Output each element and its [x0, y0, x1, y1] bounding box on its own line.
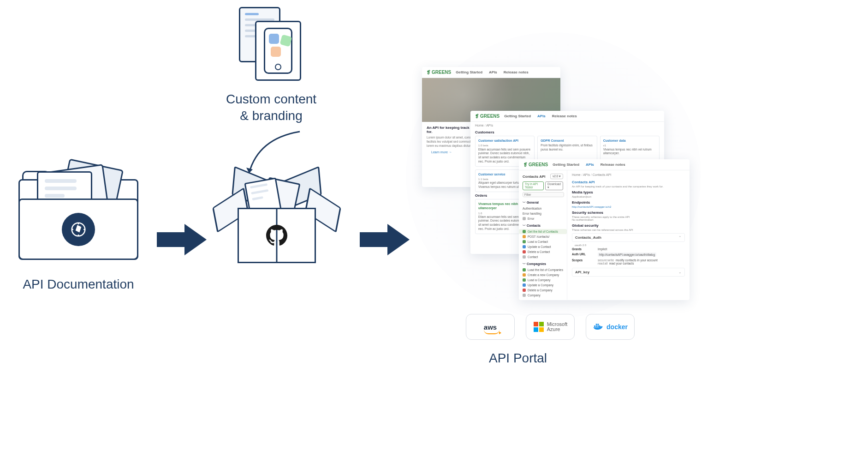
item-load-contact[interactable]: Load a Contact: [519, 239, 567, 244]
try-api-button[interactable]: Try in API Tester: [523, 181, 544, 190]
deploy-docker: docker: [586, 314, 635, 340]
item-contact-schema[interactable]: Contact: [519, 254, 567, 259]
label-api-portal: API Portal: [489, 351, 547, 366]
item-load-company[interactable]: Load a Company: [519, 277, 567, 283]
docker-icon: [593, 321, 604, 332]
item-delete-company[interactable]: Delete a Company: [519, 288, 567, 293]
scheme-api-key[interactable]: API_key ⌄: [572, 268, 685, 277]
nav-apis-2[interactable]: APIs: [537, 114, 546, 118]
item-error-handling[interactable]: Error handling: [519, 211, 567, 216]
nav-apis[interactable]: APIs: [489, 70, 497, 74]
stage-package-box: [212, 171, 341, 268]
portal-panel-api-reference: GREENS Getting Started APIs Release note…: [519, 159, 690, 300]
aws-icon: aws: [484, 323, 497, 331]
item-update-company[interactable]: Update a Company: [519, 283, 567, 288]
detail-title: Contacts API: [572, 180, 685, 184]
item-create-company[interactable]: Create a new Company: [519, 272, 567, 277]
section-customers: Customers: [470, 129, 664, 136]
stage-api-documentation: API Documentation: [18, 166, 138, 293]
breadcrumb: HomeAPIs: [470, 122, 664, 129]
scheme-contacts-auth[interactable]: Contacts_Auth ⌃: [572, 233, 685, 242]
label-api-documentation: API Documentation: [23, 276, 134, 293]
item-delete-contact[interactable]: Delete a Contact: [519, 249, 567, 254]
nav-release-notes-3[interactable]: Release notes: [600, 163, 625, 167]
item-post-contacts[interactable]: POST /contacts/: [519, 234, 567, 239]
filter-input[interactable]: [523, 192, 564, 197]
compass-icon: [62, 213, 95, 246]
arrow-docs-to-box: [157, 224, 208, 256]
item-get-contacts[interactable]: Get the list of Contacts: [519, 229, 567, 234]
api-detail-pane: HomeAPIsContacts API Contacts API An API…: [567, 170, 690, 300]
github-icon: [266, 225, 287, 246]
deploy-azure: MicrosoftAzure: [526, 314, 575, 340]
svg-rect-5: [598, 324, 599, 325]
group-contacts[interactable]: ﹀ Contacts: [519, 221, 567, 229]
box-illustration: [212, 171, 341, 268]
item-auth[interactable]: Authentication: [519, 206, 567, 211]
microsoft-icon: [533, 321, 544, 332]
branding-illustration: [239, 7, 303, 85]
learn-more-link[interactable]: Learn more →: [427, 148, 457, 157]
folder-illustration: [18, 166, 138, 263]
api-sidebar: Contacts API v2.0 ▾ Try in API Tester Do…: [519, 170, 567, 300]
svg-rect-3: [598, 325, 599, 327]
item-load-companies[interactable]: Load the list of Companies: [519, 267, 567, 272]
svg-rect-4: [596, 324, 597, 325]
brand-logo-2: GREENS: [475, 114, 499, 119]
arrow-box-to-portal: [360, 224, 410, 256]
item-error[interactable]: Error: [519, 216, 567, 221]
nav-release-notes-2[interactable]: Release notes: [552, 114, 577, 118]
svg-rect-1: [594, 325, 595, 327]
api-title: Contacts API: [523, 175, 546, 179]
deploy-targets: aws MicrosoftAzure docker: [466, 314, 635, 340]
chevron-up-icon: ⌃: [678, 235, 682, 240]
brand-logo: GREENS: [427, 70, 451, 75]
group-companies[interactable]: ﹀ Compagnies: [519, 259, 567, 267]
nav-getting-started-2[interactable]: Getting Started: [504, 114, 531, 118]
stage-branding: Custom content & branding: [226, 7, 316, 125]
version-select[interactable]: v2.0 ▾: [550, 174, 563, 179]
group-general[interactable]: ﹀ General: [519, 198, 567, 206]
nav-apis-3[interactable]: APIs: [586, 163, 594, 167]
deploy-aws: aws: [466, 314, 515, 340]
label-branding: Custom content & branding: [226, 91, 316, 125]
nav-release-notes[interactable]: Release notes: [504, 70, 529, 74]
brand-logo-3: GREENS: [523, 162, 548, 167]
nav-getting-started-3[interactable]: Getting Started: [553, 163, 579, 167]
download-button[interactable]: Download ▾: [545, 181, 563, 190]
item-update-contact[interactable]: Update a Contact: [519, 244, 567, 249]
item-company-schema[interactable]: Company: [519, 293, 567, 298]
endpoint-link[interactable]: http://contactsAPI.swagger.io/v2: [572, 205, 685, 208]
chevron-down-icon: ⌄: [678, 270, 682, 274]
nav-getting-started[interactable]: Getting Started: [456, 70, 482, 74]
detail-desc: An API for keeping track of your contact…: [572, 185, 685, 188]
svg-rect-2: [596, 325, 597, 327]
